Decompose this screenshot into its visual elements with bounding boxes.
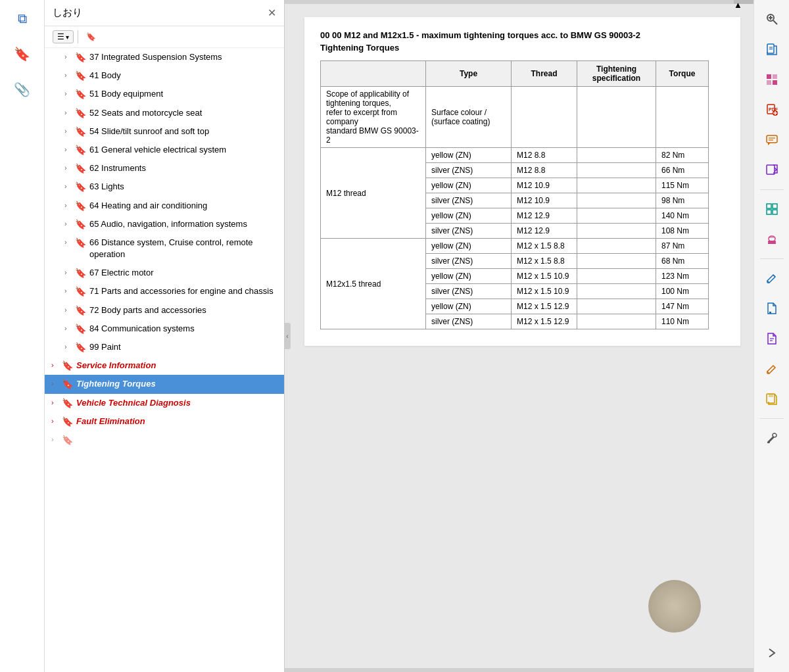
spec-cell bbox=[577, 269, 656, 284]
spec-cell bbox=[577, 239, 656, 254]
list-view-button[interactable]: ☰ ▾ bbox=[53, 30, 74, 43]
svg-line-30 bbox=[773, 275, 775, 277]
thread-cell: M12 10.9 bbox=[512, 193, 577, 208]
edit-icon[interactable] bbox=[759, 266, 784, 291]
scope-type-cell: Surface colour / (surface coating) bbox=[426, 87, 512, 148]
sidebar-collapse-handle[interactable]: ‹ bbox=[284, 323, 291, 349]
item-label-61: 61 General vehicle electrical system bbox=[89, 144, 279, 156]
chat-icon[interactable] bbox=[759, 128, 784, 153]
thread-cell: M12 x 1.5 10.9 bbox=[512, 269, 577, 284]
stamp-icon[interactable] bbox=[759, 227, 784, 252]
type-cell: yellow (ZN) bbox=[426, 239, 512, 254]
chevron-icon: › bbox=[64, 238, 75, 246]
sidebar-item-52[interactable]: › 🔖 52 Seats and motorcycle seat bbox=[45, 104, 284, 122]
close-icon[interactable]: ✕ bbox=[268, 7, 276, 19]
sidebar-item-84[interactable]: › 🔖 84 Communication systems bbox=[45, 320, 284, 338]
item-label-65: 65 Audio, navigation, information system… bbox=[89, 218, 279, 230]
file-icon[interactable] bbox=[759, 296, 784, 321]
item-label-71: 71 Parts and accessories for engine and … bbox=[89, 285, 279, 297]
svg-rect-31 bbox=[769, 312, 771, 314]
sidebar-item-72[interactable]: › 🔖 72 Body parts and accessories bbox=[45, 301, 284, 320]
svg-rect-9 bbox=[767, 80, 771, 85]
sidebar-item-vtd[interactable]: › 🔖 Vehicle Technical Diagnosis bbox=[45, 394, 284, 412]
item-label-64: 64 Heating and air conditioning bbox=[89, 200, 279, 212]
spec-cell bbox=[577, 224, 656, 239]
bookmark-item-icon: 🔖 bbox=[62, 416, 74, 427]
torque-cell: 115 Nm bbox=[656, 178, 709, 193]
sidebar-item-67[interactable]: › 🔖 67 Electric motor bbox=[45, 264, 284, 282]
item-label-66: 66 Distance system, Cruise control, remo… bbox=[89, 237, 279, 260]
sidebar-item-66[interactable]: › 🔖 66 Distance system, Cruise control, … bbox=[45, 233, 284, 264]
sidebar-item-51[interactable]: › 🔖 51 Body equipment bbox=[45, 85, 284, 103]
bookmark-item-icon: 🔖 bbox=[75, 305, 87, 316]
save-icon[interactable] bbox=[759, 387, 784, 412]
chevron-icon: › bbox=[51, 398, 62, 406]
item-label-99: 99 Paint bbox=[89, 341, 279, 353]
scope-spec-cell bbox=[577, 87, 656, 148]
chevron-icon: › bbox=[64, 108, 75, 116]
type-cell: yellow (ZN) bbox=[426, 269, 512, 284]
item-label-67: 67 Electric motor bbox=[89, 267, 279, 279]
bookmark-small-icon: 🔖 bbox=[86, 32, 96, 41]
item-label-tt: Tightening Torques bbox=[76, 378, 279, 390]
tools-icon[interactable] bbox=[759, 425, 784, 450]
bookmark-item-icon: 🔖 bbox=[62, 379, 74, 389]
item-label-vtd: Vehicle Technical Diagnosis bbox=[76, 397, 279, 409]
sidebar-item-fault-elimination[interactable]: › 🔖 Fault Elimination bbox=[45, 412, 284, 431]
arrow-right-icon[interactable] bbox=[759, 640, 784, 665]
m12x15-group-cell: M12x1.5 thread bbox=[321, 239, 426, 329]
zoom-in-icon[interactable] bbox=[759, 7, 784, 32]
spec-cell bbox=[577, 254, 656, 269]
spec-cell bbox=[577, 163, 656, 178]
grid-list-icon[interactable] bbox=[759, 67, 784, 92]
thread-cell: M12 8.8 bbox=[512, 148, 577, 163]
toolbar-separator bbox=[78, 30, 78, 43]
sidebar-header: しおり ✕ bbox=[45, 0, 284, 26]
sidebar-item-next[interactable]: › 🔖 bbox=[45, 431, 284, 448]
sidebar-item-65[interactable]: › 🔖 65 Audio, navigation, information sy… bbox=[45, 215, 284, 233]
item-label-51: 51 Body equipment bbox=[89, 88, 279, 100]
thread-cell: M12 10.9 bbox=[512, 178, 577, 193]
left-icon-bar: ⧉ 🔖 📎 bbox=[0, 0, 45, 672]
bookmark-icon[interactable]: 🔖 bbox=[11, 42, 34, 66]
chevron-icon: › bbox=[64, 220, 75, 228]
bookmark-view-button[interactable]: 🔖 bbox=[82, 31, 100, 43]
bookmark-item-icon: 🔖 bbox=[75, 342, 87, 352]
chevron-icon: › bbox=[64, 71, 75, 79]
sidebar-item-62[interactable]: › 🔖 62 Instruments bbox=[45, 159, 284, 178]
sidebar: しおり ✕ ☰ ▾ 🔖 › 🔖 37 Integrated Suspension… bbox=[45, 0, 285, 672]
pdf-add-icon[interactable]: PDF bbox=[759, 97, 784, 122]
type-cell: silver (ZNS) bbox=[426, 314, 512, 329]
type-cell: yellow (ZN) bbox=[426, 178, 512, 193]
sidebar-item-37[interactable]: › 🔖 37 Integrated Suspension Systems bbox=[45, 48, 284, 66]
edit2-icon[interactable] bbox=[759, 356, 784, 381]
chevron-icon: › bbox=[51, 435, 62, 443]
file2-icon[interactable] bbox=[759, 326, 784, 351]
torque-cell: 66 Nm bbox=[656, 163, 709, 178]
sidebar-item-71[interactable]: › 🔖 71 Parts and accessories for engine … bbox=[45, 282, 284, 300]
sidebar-item-61[interactable]: › 🔖 61 General vehicle electrical system bbox=[45, 141, 284, 159]
sidebar-item-63[interactable]: › 🔖 63 Lights bbox=[45, 178, 284, 196]
sidebar-item-41[interactable]: › 🔖 41 Body bbox=[45, 66, 284, 85]
chevron-icon: › bbox=[64, 145, 75, 153]
chevron-icon: › bbox=[64, 306, 75, 314]
spec-cell bbox=[577, 193, 656, 208]
attachment-icon[interactable]: 📎 bbox=[11, 78, 34, 101]
svg-rect-22 bbox=[767, 210, 771, 214]
sidebar-item-54[interactable]: › 🔖 54 Slide/tilt sunroof and soft top bbox=[45, 122, 284, 141]
sidebar-item-64[interactable]: › 🔖 64 Heating and air conditioning bbox=[45, 197, 284, 215]
item-label-62: 62 Instruments bbox=[89, 162, 279, 174]
type-cell: yellow (ZN) bbox=[426, 148, 512, 163]
main-scrollable[interactable]: 00 00 M12 and M12x1.5 - maximum tighteni… bbox=[285, 4, 753, 668]
sidebar-list[interactable]: › 🔖 37 Integrated Suspension Systems › 🔖… bbox=[45, 48, 284, 672]
chevron-icon: › bbox=[64, 324, 75, 332]
copy-icon[interactable]: ⧉ bbox=[11, 7, 34, 30]
sidebar-item-service-info[interactable]: › 🔖 Service Information bbox=[45, 356, 284, 375]
sidebar-item-99[interactable]: › 🔖 99 Paint bbox=[45, 338, 284, 356]
grid2-icon[interactable] bbox=[759, 197, 784, 222]
sidebar-item-tightening-torques[interactable]: › 🔖 Tightening Torques bbox=[45, 375, 284, 393]
svg-rect-7 bbox=[767, 74, 771, 79]
export2-icon[interactable] bbox=[759, 158, 784, 183]
export-doc-icon[interactable] bbox=[759, 37, 784, 62]
chevron-icon: › bbox=[64, 201, 75, 209]
